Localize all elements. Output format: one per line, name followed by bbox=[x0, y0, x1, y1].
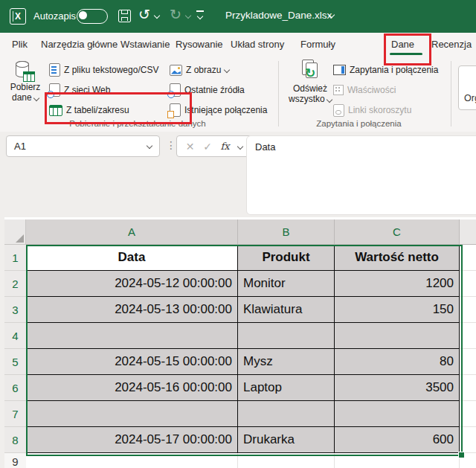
cell-B4[interactable] bbox=[238, 323, 335, 349]
cell-C3[interactable]: 150 bbox=[335, 297, 460, 323]
tab-plik[interactable]: Plik bbox=[12, 33, 28, 57]
cell-B6[interactable]: Laptop bbox=[238, 375, 335, 401]
tab-wstawianie[interactable]: Wstawianie bbox=[120, 33, 170, 57]
formula-bar-handle[interactable]: ⋮ bbox=[166, 135, 176, 156]
from-picture-button[interactable]: Z obrazu bbox=[170, 61, 229, 79]
tab-formuly[interactable]: Formuły bbox=[300, 33, 335, 57]
cell-B8[interactable]: Drukarka bbox=[238, 427, 335, 453]
get-data-label-1: Pobierz bbox=[6, 82, 45, 92]
formula-controls-chevron-icon[interactable] bbox=[237, 143, 243, 149]
cell-A9[interactable] bbox=[26, 453, 238, 468]
cell-A7[interactable] bbox=[26, 401, 238, 427]
from-picture-label: Z obrazu bbox=[186, 65, 221, 75]
cell-D3[interactable] bbox=[460, 297, 476, 323]
cell-A4[interactable] bbox=[26, 323, 238, 349]
recent-sources-label: Ostatnie źródła bbox=[184, 85, 245, 95]
cell-D8[interactable] bbox=[460, 427, 476, 453]
refresh-chevron-icon bbox=[327, 97, 332, 103]
from-text-csv-button[interactable]: Z pliku tekstowego/CSV bbox=[49, 61, 158, 79]
name-box-value: A1 bbox=[7, 141, 26, 152]
cell-D7[interactable] bbox=[460, 401, 476, 427]
annotation-box-dane-tab bbox=[384, 33, 431, 65]
tab-recenzja[interactable]: Recenzja bbox=[431, 33, 472, 57]
cell-C6[interactable]: 3500 bbox=[335, 375, 460, 401]
enter-icon: ✓ bbox=[203, 141, 212, 153]
undo-dropdown-chevron-icon[interactable] bbox=[154, 13, 160, 19]
save-icon[interactable] bbox=[118, 10, 131, 22]
name-box[interactable]: A1 bbox=[6, 135, 160, 157]
row-header-9[interactable]: 9 bbox=[4, 453, 26, 468]
formula-bar-content: Data bbox=[247, 136, 476, 153]
properties-icon bbox=[333, 85, 344, 95]
autosave-toggle[interactable] bbox=[77, 9, 108, 24]
organize-button-partial[interactable]: Org bbox=[458, 65, 476, 110]
from-picture-chevron-icon bbox=[224, 67, 230, 73]
cell-D6[interactable] bbox=[460, 375, 476, 401]
cell-C1[interactable]: Wartość netto bbox=[335, 245, 460, 271]
group-label-queries: Zapytania i połączenia bbox=[294, 119, 424, 128]
cell-A3[interactable]: 2024-05-13 00:00:00 bbox=[26, 297, 238, 323]
cell-D5[interactable] bbox=[460, 349, 476, 375]
cell-A6[interactable]: 2024-05-16 00:00:00 bbox=[26, 375, 238, 401]
ribbon-separator bbox=[451, 61, 451, 126]
row-header-3[interactable]: 3 bbox=[4, 297, 26, 323]
col-header-c[interactable]: C bbox=[335, 219, 460, 245]
database-icon bbox=[16, 60, 35, 82]
cell-A2[interactable]: 2024-05-12 00:00:00 bbox=[26, 271, 238, 297]
row-header-1[interactable]: 1 bbox=[4, 245, 26, 271]
col-header-b[interactable]: B bbox=[238, 219, 335, 245]
cell-A1[interactable]: Data bbox=[26, 245, 238, 271]
cell-B1[interactable]: Produkt bbox=[238, 245, 335, 271]
col-header-a[interactable]: A bbox=[26, 219, 238, 245]
text-file-icon bbox=[49, 63, 60, 77]
ribbon-separator bbox=[278, 61, 279, 126]
cell-C4[interactable] bbox=[335, 323, 460, 349]
formula-bar-input[interactable]: Data bbox=[246, 135, 476, 215]
row-header-6[interactable]: 6 bbox=[4, 375, 26, 401]
autosave-label: Autozapis bbox=[33, 10, 76, 22]
annotation-box-from-table-range bbox=[45, 92, 192, 124]
row-header-2[interactable]: 2 bbox=[4, 271, 26, 297]
col-header-d[interactable] bbox=[460, 219, 476, 245]
tab-narzedzia-glowne[interactable]: Narzędzia główne bbox=[41, 33, 118, 57]
cell-C2[interactable]: 1200 bbox=[335, 271, 460, 297]
cell-A5[interactable]: 2024-05-15 00:00:00 bbox=[26, 349, 238, 375]
cell-B2[interactable]: Monitor bbox=[238, 271, 335, 297]
undo-icon[interactable]: ↺ bbox=[138, 6, 150, 23]
refresh-label-2: wszystko bbox=[289, 94, 325, 104]
cell-C8[interactable]: 600 bbox=[335, 427, 460, 453]
row-header-5[interactable]: 5 bbox=[4, 349, 26, 375]
cell-C7[interactable] bbox=[335, 401, 460, 427]
cell-B7[interactable] bbox=[238, 401, 335, 427]
workbook-links-label: Linki skoroszytu bbox=[348, 105, 411, 115]
cell-C9[interactable] bbox=[335, 453, 460, 468]
cell-D9[interactable] bbox=[460, 453, 476, 468]
redo-icon: ↺ bbox=[170, 6, 181, 23]
tab-rysowanie[interactable]: Rysowanie bbox=[176, 33, 223, 57]
cell-C5[interactable]: 80 bbox=[335, 349, 460, 375]
select-all-corner[interactable] bbox=[4, 219, 26, 245]
row-header-4[interactable]: 4 bbox=[4, 323, 26, 349]
quick-access-toolbar-icon[interactable] bbox=[196, 10, 204, 18]
cell-B3[interactable]: Klawiatura bbox=[238, 297, 335, 323]
tab-uklad-strony[interactable]: Układ strony bbox=[231, 33, 284, 57]
row-header-8[interactable]: 8 bbox=[4, 427, 26, 453]
cell-B9[interactable] bbox=[238, 453, 335, 468]
cell-D4[interactable] bbox=[460, 323, 476, 349]
cell-A8[interactable]: 2024-05-17 00:00:00 bbox=[26, 427, 238, 453]
excel-app-icon[interactable]: X bbox=[10, 8, 26, 25]
formula-controls: ✕ ✓ fx bbox=[176, 135, 252, 157]
refresh-icon: ↻ bbox=[300, 60, 320, 83]
workbook-links-button: Linki skoroszytu bbox=[333, 101, 411, 119]
cell-B5[interactable]: Mysz bbox=[238, 349, 335, 375]
excel-window: { "titlebar": { "autosave_label": "Autoz… bbox=[0, 0, 476, 468]
cell-D2[interactable] bbox=[460, 271, 476, 297]
queries-connections-label: Zapytania i połączenia bbox=[350, 65, 438, 75]
workbook-filename[interactable]: Przykladowe_Dane.xlsx bbox=[225, 10, 332, 21]
name-box-chevron-icon[interactable] bbox=[147, 143, 152, 149]
row-header-7[interactable]: 7 bbox=[4, 401, 26, 427]
get-data-button[interactable]: Pobierz dane bbox=[6, 60, 45, 103]
cell-D1[interactable] bbox=[460, 245, 476, 271]
refresh-all-button[interactable]: ↻ Odśwież wszystko bbox=[287, 60, 333, 104]
insert-function-icon[interactable]: fx bbox=[220, 141, 229, 152]
